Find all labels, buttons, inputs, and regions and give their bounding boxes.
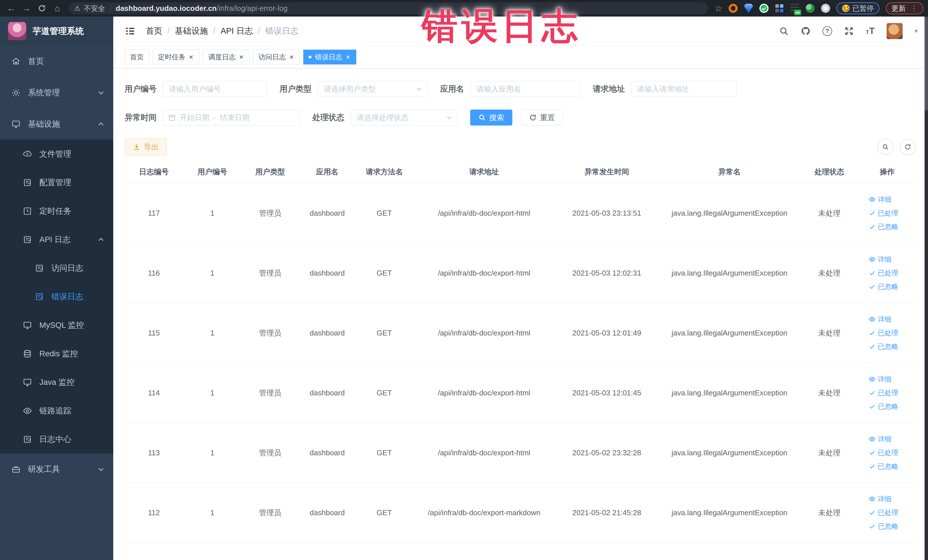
processed-link[interactable]: 已处理 bbox=[868, 209, 898, 218]
close-icon[interactable] bbox=[238, 54, 244, 60]
user-type-select[interactable]: 请选择用户类型 bbox=[318, 81, 427, 97]
ignored-link[interactable]: 已忽略 bbox=[868, 222, 898, 231]
request-url-input[interactable] bbox=[631, 81, 737, 97]
extension-badge: on bbox=[794, 10, 801, 15]
font-size-icon[interactable]: TT bbox=[866, 26, 875, 36]
close-icon[interactable] bbox=[345, 54, 351, 60]
search-icon[interactable] bbox=[779, 26, 789, 36]
search-button[interactable]: 搜索 bbox=[470, 110, 512, 125]
extension-icon[interactable] bbox=[729, 4, 738, 13]
col-log-id: 日志编号 bbox=[125, 161, 183, 183]
detail-link[interactable]: 详细 bbox=[868, 435, 891, 444]
detail-link[interactable]: 详细 bbox=[868, 195, 891, 204]
page-content: 用户编号 用户类型 请选择用户类型 应用名 请求地址 bbox=[113, 69, 928, 560]
address-bar[interactable]: ⚠ 不安全 dashboard.yudao.iocoder.cn/infra/l… bbox=[69, 2, 708, 14]
ignored-link[interactable]: 已忽略 bbox=[868, 342, 898, 351]
security-label[interactable]: 不安全 bbox=[84, 4, 105, 13]
gear-icon bbox=[11, 88, 21, 97]
sidebar-item-mysql-monitor[interactable]: MySQL 监控 bbox=[0, 311, 113, 339]
refresh-icon bbox=[904, 143, 911, 150]
bookmark-star-icon[interactable]: ☆ bbox=[714, 3, 722, 14]
ignored-link[interactable]: 已忽略 bbox=[868, 282, 898, 291]
browser-update-button[interactable]: 更新 ⋮ bbox=[886, 2, 923, 14]
github-icon[interactable] bbox=[801, 26, 810, 36]
status-cell: 未处理 bbox=[801, 303, 858, 363]
user-id-label: 用户编号 bbox=[125, 84, 157, 95]
processed-link[interactable]: 已处理 bbox=[868, 269, 898, 278]
sidebar-item-error-log[interactable]: 错误日志 bbox=[0, 282, 113, 311]
browser-home-icon[interactable]: ⌂ bbox=[51, 2, 64, 15]
tag-error-log[interactable]: 错误日志 bbox=[303, 50, 356, 64]
tag-home[interactable]: 首页 bbox=[125, 50, 149, 64]
table-row: 1171 管理员dashboard GET/api/infra/db-doc/e… bbox=[125, 183, 917, 243]
browser-forward-icon[interactable]: → bbox=[20, 2, 33, 15]
user-avatar[interactable] bbox=[887, 23, 903, 39]
browser-back-icon[interactable]: ← bbox=[5, 2, 18, 15]
sidebar-item-trace[interactable]: 链路追踪 bbox=[0, 397, 113, 425]
ignored-link[interactable]: 已忽略 bbox=[868, 522, 898, 531]
sidebar-item-dev-tools[interactable]: 研发工具 bbox=[0, 453, 113, 485]
app-name-input[interactable] bbox=[470, 81, 580, 97]
sidebar-item-home[interactable]: 首页 bbox=[0, 46, 113, 77]
processed-link[interactable]: 已处理 bbox=[868, 388, 898, 397]
sidebar-item-access-log[interactable]: 访问日志 bbox=[0, 254, 113, 282]
tag-access-log[interactable]: 访问日志 bbox=[253, 50, 300, 64]
extension-icon[interactable] bbox=[744, 4, 753, 13]
processed-link[interactable]: 已处理 bbox=[868, 508, 898, 517]
toggle-search-button[interactable] bbox=[878, 139, 893, 155]
check-icon bbox=[868, 283, 876, 290]
app-logo[interactable]: 芋道管理系统 bbox=[0, 17, 113, 46]
extension-paused-pill[interactable]: 已暂停 bbox=[836, 2, 879, 14]
sidebar-item-scheduled-task[interactable]: 定时任务 bbox=[0, 197, 113, 225]
fullscreen-icon[interactable] bbox=[844, 26, 854, 36]
tag-schedule-log[interactable]: 调度日志 bbox=[203, 50, 250, 64]
extension-icon[interactable] bbox=[759, 4, 769, 13]
extension-icon[interactable]: on bbox=[790, 4, 799, 13]
reset-button[interactable]: 重置 bbox=[521, 110, 563, 125]
scrollbar-thumb[interactable] bbox=[925, 17, 928, 111]
browser-reload-icon[interactable] bbox=[35, 2, 49, 15]
sidebar-item-api-log[interactable]: API 日志 bbox=[0, 225, 113, 254]
processed-link[interactable]: 已处理 bbox=[868, 328, 898, 337]
breadcrumb-home[interactable]: 首页 bbox=[146, 25, 162, 37]
sidebar-item-config-manage[interactable]: 配置管理 bbox=[0, 168, 113, 197]
sidebar-item-infra[interactable]: 基础设施 bbox=[0, 108, 113, 140]
help-icon[interactable]: ? bbox=[823, 26, 832, 36]
monitor-icon bbox=[23, 378, 32, 387]
avatar-caret-icon[interactable]: ▾ bbox=[914, 27, 918, 35]
tag-scheduled-task[interactable]: 定时任务 bbox=[153, 50, 199, 64]
detail-link[interactable]: 详细 bbox=[868, 494, 891, 504]
detail-link[interactable]: 详细 bbox=[868, 375, 891, 384]
log-doc-icon bbox=[23, 235, 32, 244]
breadcrumb-infra[interactable]: 基础设施 bbox=[175, 25, 208, 37]
detail-link[interactable]: 详细 bbox=[868, 315, 891, 324]
sidebar-item-file-manage[interactable]: 文件管理 bbox=[0, 140, 113, 168]
extension-icon[interactable] bbox=[775, 4, 784, 13]
refresh-icon bbox=[529, 114, 537, 121]
chevron-down-icon bbox=[446, 114, 453, 121]
download-icon bbox=[133, 143, 140, 151]
col-user-type: 用户类型 bbox=[242, 161, 299, 183]
export-button[interactable]: 导出 bbox=[125, 138, 167, 156]
user-id-input[interactable] bbox=[163, 81, 267, 97]
col-request-url: 请求地址 bbox=[413, 161, 556, 183]
sidebar-item-redis-monitor[interactable]: Redis 监控 bbox=[0, 339, 113, 368]
extension-icon[interactable] bbox=[821, 4, 830, 13]
processed-link[interactable]: 已处理 bbox=[868, 448, 898, 457]
refresh-table-button[interactable] bbox=[900, 139, 916, 155]
close-icon[interactable] bbox=[188, 54, 194, 60]
ignored-link[interactable]: 已忽略 bbox=[868, 462, 898, 471]
sidebar-item-java-monitor[interactable]: Java 监控 bbox=[0, 368, 113, 397]
detail-link[interactable]: 详细 bbox=[868, 255, 891, 264]
sidebar-fold-icon[interactable] bbox=[125, 26, 136, 37]
page-scrollbar[interactable] bbox=[925, 17, 928, 560]
browser-menu-icon[interactable]: ⋮ bbox=[910, 5, 918, 12]
sidebar-item-log-center[interactable]: 日志中心 bbox=[0, 425, 113, 453]
close-icon[interactable] bbox=[289, 54, 295, 60]
exception-time-range-picker[interactable]: 开始日期 - 结束日期 bbox=[163, 110, 300, 125]
breadcrumb-api-log[interactable]: API 日志 bbox=[221, 25, 253, 37]
ignored-link[interactable]: 已忽略 bbox=[868, 402, 898, 411]
extension-icon[interactable] bbox=[806, 4, 815, 13]
sidebar-item-system[interactable]: 系统管理 bbox=[0, 77, 113, 108]
process-status-select[interactable]: 请选择处理状态 bbox=[351, 110, 458, 125]
